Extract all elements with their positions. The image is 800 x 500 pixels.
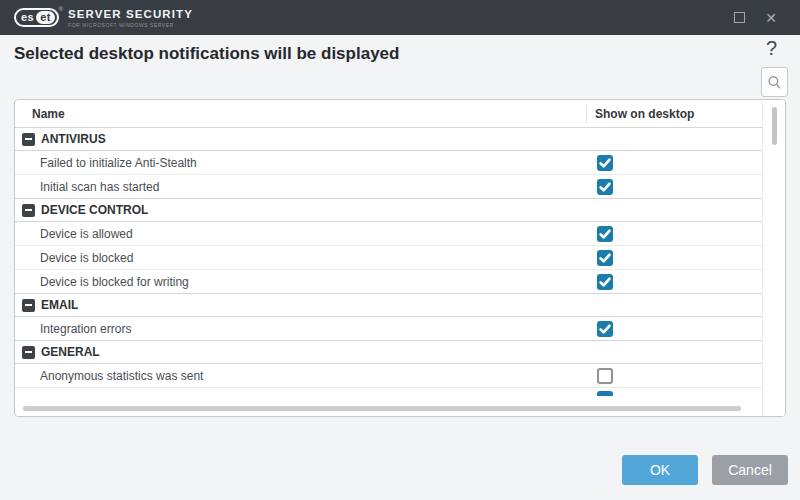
maximize-icon	[734, 12, 745, 23]
vertical-scrollbar-track[interactable]	[762, 100, 785, 416]
collapse-minus-icon[interactable]	[22, 299, 35, 312]
show-on-desktop-checkbox[interactable]	[597, 226, 613, 242]
registered-mark: ®	[59, 6, 63, 12]
collapse-minus-icon[interactable]	[22, 133, 35, 146]
name-cell: Device is allowed	[15, 227, 762, 241]
row-label: Anonymous statistics was sent	[40, 369, 203, 383]
eset-logo-text-et: et	[36, 11, 55, 24]
collapse-minus-icon[interactable]	[22, 346, 35, 359]
table-row[interactable]: Device is blocked for writing	[15, 270, 762, 294]
row-label: EMAIL	[41, 298, 78, 312]
name-cell: GENERAL	[15, 345, 762, 359]
name-cell: ANTIVIRUS	[15, 132, 762, 146]
row-label: Device is blocked	[40, 251, 133, 265]
titlebar: es et ® SERVER SECURITY FOR MICROSOFT WI…	[0, 0, 800, 35]
collapse-minus-icon[interactable]	[22, 204, 35, 217]
brand-block: SERVER SECURITY FOR MICROSOFT WINDOWS SE…	[68, 8, 193, 28]
row-label: Device is blocked for writing	[40, 275, 189, 289]
row-label: Failed to initialize Anti-Stealth	[40, 156, 197, 170]
page-title: Selected desktop notifications will be d…	[14, 44, 399, 64]
brand-title: SERVER SECURITY	[68, 8, 193, 20]
show-on-desktop-checkbox[interactable]	[597, 250, 613, 266]
cancel-button[interactable]: Cancel	[712, 455, 788, 485]
eset-logo: es et ®	[14, 8, 59, 27]
show-on-desktop-checkbox[interactable]	[597, 368, 613, 384]
group-row[interactable]: GENERAL	[15, 340, 762, 364]
name-cell: DEVICE CONTROL	[15, 203, 762, 217]
search-icon	[767, 75, 782, 90]
table-row[interactable]: Device is blocked	[15, 246, 762, 270]
table-row[interactable]: Initial scan has started	[15, 175, 762, 199]
help-icon[interactable]: ?	[766, 37, 777, 60]
name-cell: Initial scan has started	[15, 180, 762, 194]
notifications-table: Name Show on desktop ANTIVIRUSFailed to …	[14, 99, 786, 417]
row-label: Device is allowed	[40, 227, 133, 241]
name-cell: Anonymous statistics was sent	[15, 369, 762, 383]
show-on-desktop-checkbox[interactable]	[597, 321, 613, 337]
close-button[interactable]: ✕	[760, 7, 782, 29]
show-on-desktop-checkbox[interactable]	[597, 179, 613, 195]
name-cell: Device is blocked for writing	[15, 275, 762, 289]
table-header: Name Show on desktop	[15, 100, 762, 128]
window-controls: ✕	[728, 0, 800, 35]
table-row[interactable]: Device is allowed	[15, 222, 762, 246]
eset-logo-text-es: es	[21, 12, 36, 23]
close-icon: ✕	[765, 11, 777, 25]
table-row[interactable]: Anonymous statistics was sent	[15, 364, 762, 388]
column-header-show-on-desktop[interactable]: Show on desktop	[586, 105, 762, 123]
horizontal-scrollbar-thumb[interactable]	[23, 406, 741, 411]
show-on-desktop-checkbox-partial[interactable]	[597, 391, 613, 396]
name-cell: Failed to initialize Anti-Stealth	[15, 156, 762, 170]
table-row[interactable]: Integration errors	[15, 317, 762, 341]
group-row[interactable]: EMAIL	[15, 293, 762, 317]
name-cell: EMAIL	[15, 298, 762, 312]
row-label: DEVICE CONTROL	[41, 203, 148, 217]
row-label: ANTIVIRUS	[41, 132, 106, 146]
ok-button[interactable]: OK	[622, 455, 698, 485]
name-cell: Device is blocked	[15, 251, 762, 265]
maximize-button[interactable]	[728, 7, 750, 29]
name-cell: Integration errors	[15, 322, 762, 336]
group-row[interactable]: ANTIVIRUS	[15, 127, 762, 151]
row-label: Initial scan has started	[40, 180, 159, 194]
search-button[interactable]	[761, 67, 788, 97]
column-header-name[interactable]: Name	[15, 107, 586, 121]
group-row[interactable]: DEVICE CONTROL	[15, 198, 762, 222]
brand-subtitle: FOR MICROSOFT WINDOWS SERVER	[68, 22, 193, 28]
table-row[interactable]: Failed to initialize Anti-Stealth	[15, 151, 762, 175]
table-body: ANTIVIRUSFailed to initialize Anti-Steal…	[15, 128, 762, 416]
row-label: Integration errors	[40, 322, 131, 336]
row-label: GENERAL	[41, 345, 100, 359]
show-on-desktop-checkbox[interactable]	[597, 155, 613, 171]
show-on-desktop-checkbox[interactable]	[597, 274, 613, 290]
vertical-scrollbar-thumb[interactable]	[772, 107, 777, 145]
table-row[interactable]	[15, 388, 762, 396]
